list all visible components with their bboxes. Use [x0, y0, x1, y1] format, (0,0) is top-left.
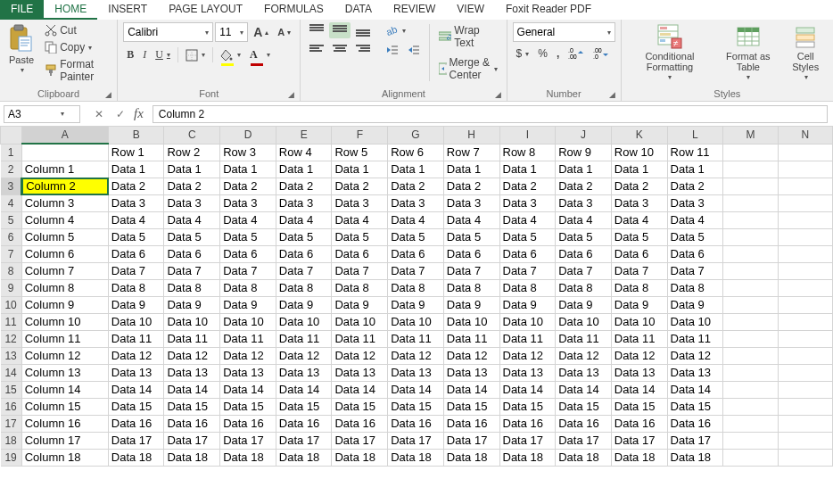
cell-J10[interactable]: Data 9 [556, 296, 612, 313]
cell-A7[interactable]: Column 6 [21, 245, 108, 262]
cell-J18[interactable]: Data 17 [556, 432, 612, 449]
enter-formula-button[interactable]: ✓ [112, 106, 128, 122]
cell-G1[interactable]: Row 6 [388, 144, 444, 161]
cell-C16[interactable]: Data 15 [164, 398, 220, 415]
cell-F11[interactable]: Data 10 [332, 313, 388, 330]
cell-N13[interactable] [778, 347, 832, 364]
cell-M10[interactable] [723, 296, 778, 313]
cell-N5[interactable] [778, 211, 832, 228]
paste-button[interactable]: Paste ▾ [5, 22, 37, 85]
cell-L11[interactable]: Data 10 [667, 313, 723, 330]
cell-N19[interactable] [778, 449, 832, 466]
cell-H9[interactable]: Data 8 [443, 279, 499, 296]
cell-E4[interactable]: Data 3 [276, 194, 332, 211]
cell-I16[interactable]: Data 15 [499, 398, 556, 415]
cell-I5[interactable]: Data 4 [499, 211, 556, 228]
bold-button[interactable]: B [123, 46, 137, 63]
cell-L4[interactable]: Data 3 [667, 194, 723, 211]
col-header-J[interactable]: J [556, 127, 612, 144]
orientation-button[interactable]: ab▾ [383, 22, 409, 38]
cell-K5[interactable]: Data 4 [611, 211, 667, 228]
col-header-E[interactable]: E [276, 127, 332, 144]
cell-J15[interactable]: Data 14 [556, 381, 612, 398]
cell-B4[interactable]: Data 3 [108, 194, 164, 211]
cell-H4[interactable]: Data 3 [443, 194, 499, 211]
cell-E7[interactable]: Data 6 [276, 245, 332, 262]
cell-I1[interactable]: Row 8 [499, 144, 556, 161]
row-header-2[interactable]: 2 [1, 161, 22, 178]
cell-I19[interactable]: Data 18 [499, 449, 556, 466]
cell-B19[interactable]: Data 18 [108, 449, 164, 466]
cell-G18[interactable]: Data 17 [388, 432, 444, 449]
cell-H13[interactable]: Data 12 [443, 347, 499, 364]
cell-G13[interactable]: Data 12 [388, 347, 444, 364]
cell-F3[interactable]: Data 2 [332, 178, 388, 194]
cell-F2[interactable]: Data 1 [332, 161, 388, 178]
cell-N16[interactable] [778, 398, 832, 415]
name-box-dd[interactable]: ▾ [61, 110, 64, 118]
cell-E5[interactable]: Data 4 [276, 211, 332, 228]
cell-B9[interactable]: Data 8 [108, 279, 164, 296]
cell-H12[interactable]: Data 11 [443, 330, 499, 347]
cell-N7[interactable] [778, 245, 832, 262]
cell-D16[interactable]: Data 15 [220, 398, 276, 415]
cell-H18[interactable]: Data 17 [443, 432, 499, 449]
cell-D14[interactable]: Data 13 [220, 364, 276, 381]
cell-K16[interactable]: Data 15 [611, 398, 667, 415]
row-header-7[interactable]: 7 [1, 245, 22, 262]
cell-J5[interactable]: Data 4 [556, 211, 612, 228]
cell-C13[interactable]: Data 12 [164, 347, 220, 364]
cell-J19[interactable]: Data 18 [556, 449, 612, 466]
cell-D18[interactable]: Data 17 [220, 432, 276, 449]
cell-L13[interactable]: Data 12 [667, 347, 723, 364]
tab-file[interactable]: FILE [0, 0, 44, 20]
cell-I14[interactable]: Data 13 [499, 364, 556, 381]
cell-B3[interactable]: Data 2 [108, 178, 164, 194]
grow-font-button[interactable]: A▴ [250, 23, 272, 41]
cell-L5[interactable]: Data 4 [667, 211, 723, 228]
cell-J14[interactable]: Data 13 [556, 364, 612, 381]
cell-J7[interactable]: Data 6 [556, 245, 612, 262]
cell-B2[interactable]: Data 1 [108, 161, 164, 178]
wrap-text-button[interactable]: Wrap Text [435, 22, 501, 51]
cell-K9[interactable]: Data 8 [611, 279, 667, 296]
cell-D19[interactable]: Data 18 [220, 449, 276, 466]
row-header-8[interactable]: 8 [1, 262, 22, 279]
cell-K2[interactable]: Data 1 [611, 161, 667, 178]
col-header-D[interactable]: D [220, 127, 276, 144]
cell-M9[interactable] [723, 279, 778, 296]
cell-G14[interactable]: Data 13 [388, 364, 444, 381]
cell-H1[interactable]: Row 7 [443, 144, 499, 161]
formula-input[interactable] [153, 105, 828, 123]
cell-C7[interactable]: Data 6 [164, 245, 220, 262]
cell-B17[interactable]: Data 16 [108, 415, 164, 432]
row-header-17[interactable]: 17 [1, 415, 22, 432]
align-center-button[interactable] [329, 42, 351, 58]
tab-page-layout[interactable]: PAGE LAYOUT [158, 0, 253, 20]
cell-E17[interactable]: Data 16 [276, 415, 332, 432]
col-header-F[interactable]: F [332, 127, 388, 144]
cell-B12[interactable]: Data 11 [108, 330, 164, 347]
cell-E16[interactable]: Data 15 [276, 398, 332, 415]
cell-M4[interactable] [723, 194, 778, 211]
cell-C3[interactable]: Data 2 [164, 178, 220, 194]
cell-A2[interactable]: Column 1 [21, 161, 108, 178]
row-header-10[interactable]: 10 [1, 296, 22, 313]
underline-button[interactable]: U▾ [152, 46, 174, 63]
tab-insert[interactable]: INSERT [97, 0, 158, 20]
dec-decimal-button[interactable]: .00.0 [590, 45, 613, 62]
cell-N8[interactable] [778, 262, 832, 279]
cell-A15[interactable]: Column 14 [21, 381, 108, 398]
fx-icon[interactable]: fx [134, 106, 144, 121]
cell-L16[interactable]: Data 15 [667, 398, 723, 415]
font-size-combo[interactable]: ▾ [215, 22, 248, 42]
cell-A10[interactable]: Column 9 [21, 296, 108, 313]
cell-G7[interactable]: Data 6 [388, 245, 444, 262]
cell-M11[interactable] [723, 313, 778, 330]
cell-G15[interactable]: Data 14 [388, 381, 444, 398]
cell-J8[interactable]: Data 7 [556, 262, 612, 279]
cell-K14[interactable]: Data 13 [611, 364, 667, 381]
cell-G6[interactable]: Data 5 [388, 228, 444, 245]
col-header-B[interactable]: B [108, 127, 164, 144]
cell-C8[interactable]: Data 7 [164, 262, 220, 279]
